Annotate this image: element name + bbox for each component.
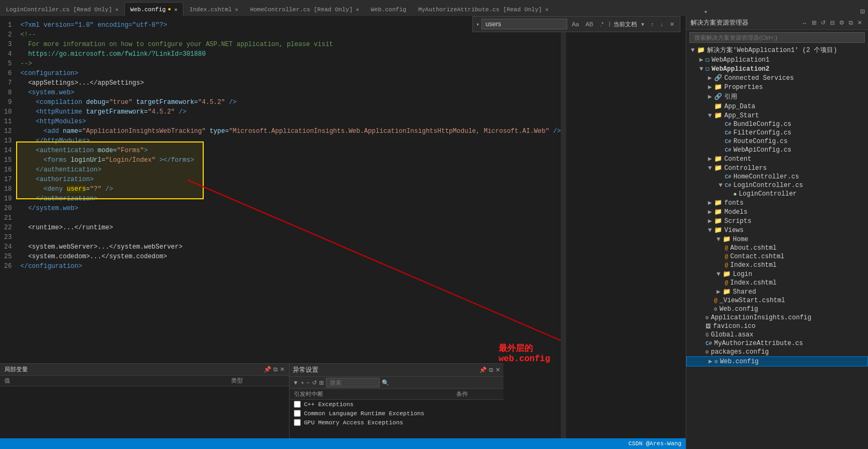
- tree-contact[interactable]: @ Contact.cshtml: [686, 252, 868, 261]
- tree-solution[interactable]: ▼ 📁 解决方案'WebApplication1' (2 个项目): [686, 45, 868, 55]
- tree-home-folder[interactable]: ▼ 📁 Home: [686, 235, 868, 244]
- tree-models[interactable]: ▶ 📁 Models: [686, 207, 868, 216]
- tree-appstart[interactable]: ▼ 📁 App_Start: [686, 111, 868, 120]
- exception-remove-btn[interactable]: −: [306, 379, 309, 386]
- close-search-btn[interactable]: ✕: [667, 20, 677, 29]
- tab-close-all[interactable]: ⊡: [857, 7, 868, 16]
- solution-search-input[interactable]: [689, 32, 865, 43]
- close-icon[interactable]: ✕: [235, 6, 238, 13]
- locals-pin-btn[interactable]: 📌: [264, 366, 271, 373]
- solution-float-btn[interactable]: ⧉: [847, 18, 855, 27]
- tab-logincontroller[interactable]: LoginController.cs [Read Only] ✕: [0, 2, 124, 16]
- exception-search-btn[interactable]: ⊞: [319, 379, 324, 386]
- tree-login-index[interactable]: @ Index.cshtml: [686, 279, 868, 287]
- tree-logincontroller-class[interactable]: ◆ LoginController: [686, 190, 868, 198]
- exception-checkbox-3[interactable]: [294, 419, 301, 426]
- exception-float-btn[interactable]: ⧉: [489, 366, 493, 373]
- tree-filterconfig[interactable]: C# FilterConfig.cs: [686, 129, 868, 137]
- tree-properties[interactable]: ▶ 📁 Properties: [686, 83, 868, 92]
- exception-add-btn[interactable]: +: [301, 379, 304, 386]
- exception-checkbox-2[interactable]: [294, 410, 301, 417]
- exception-checkbox-1[interactable]: [294, 401, 301, 408]
- exception-search-input[interactable]: [326, 378, 380, 387]
- login-icon: 📁: [723, 270, 731, 278]
- tree-favicon[interactable]: 🖼 favicon.ico: [686, 322, 868, 331]
- close-icon[interactable]: ✕: [115, 6, 118, 13]
- tree-login-folder[interactable]: ▼ 📁 Login: [686, 270, 868, 279]
- exception-restore-btn[interactable]: ↺: [312, 379, 317, 386]
- tree-shared[interactable]: ▶ 📁 Shared: [686, 287, 868, 296]
- solution-sync-btn[interactable]: ↔: [800, 18, 809, 27]
- solution-close-btn[interactable]: ✕: [856, 18, 864, 27]
- tab-index[interactable]: Index.cshtml ✕: [183, 2, 244, 16]
- tree-webapp1[interactable]: ▶ ◻ WebApplication1: [686, 55, 868, 64]
- properties-icon: 📁: [714, 83, 722, 91]
- tree-references[interactable]: ▶ 🔗 引用: [686, 92, 868, 102]
- tree-homecontroller[interactable]: C# HomeController.cs: [686, 173, 868, 181]
- webconfig-label: Web.config: [720, 358, 759, 365]
- exception-pin-btn[interactable]: 📌: [479, 366, 487, 373]
- match-whole-word-btn[interactable]: AB: [583, 20, 596, 28]
- tree-myauth[interactable]: C# MyAuthorizeAttribute.cs: [686, 339, 868, 348]
- tab-overflow-btn[interactable]: ▾: [701, 8, 711, 16]
- locals-float-btn[interactable]: ⧉: [273, 366, 278, 373]
- exception-close-btn[interactable]: ✕: [495, 366, 500, 373]
- tab-webconfig-active[interactable]: Web.config ● ✕: [124, 2, 183, 16]
- exception-find-btn[interactable]: 🔍: [382, 379, 389, 386]
- code-line-14: <authentication mode="Forms">: [20, 146, 561, 155]
- code-line-19: </authorization>: [20, 194, 561, 204]
- tree-webconfig-root[interactable]: ▶ ⚙ Web.config: [686, 356, 868, 366]
- tree-content[interactable]: ▶ 📁 Content: [686, 154, 868, 163]
- scope-dropdown-btn[interactable]: ▾: [639, 20, 647, 29]
- tree-appdata[interactable]: 📁 App_Data: [686, 102, 868, 111]
- solution-settings-btn[interactable]: ⚙: [837, 18, 846, 27]
- routeconfig-icon: C#: [725, 139, 731, 145]
- tab-homecontroller[interactable]: HomeController.cs [Read Only] ✕: [244, 2, 365, 16]
- solution-refresh-btn[interactable]: ↺: [819, 18, 827, 27]
- tree-bundleconfig[interactable]: C# BundleConfig.cs: [686, 120, 868, 129]
- tree-webconfig-views[interactable]: ⚙ Web.config: [686, 305, 868, 313]
- solution-collapse-btn[interactable]: ⊟: [828, 18, 836, 27]
- tree-viewstart[interactable]: @ _ViewStart.cshtml: [686, 296, 868, 305]
- locals-panel: 局部变量 📌 ⧉ ✕ 值 类型: [0, 364, 290, 449]
- locals-title: 局部变量: [4, 365, 28, 373]
- views-toggle: ▼: [706, 227, 714, 234]
- match-case-btn[interactable]: Aa: [569, 20, 581, 28]
- code-line-9: <compilation debug="true" targetFramewor…: [20, 98, 561, 107]
- tree-appinsights[interactable]: ⚙ ApplicationInsights.config: [686, 313, 868, 322]
- code-line-6: <configuration>: [20, 69, 561, 78]
- close-icon[interactable]: ✕: [174, 6, 177, 13]
- regex-btn[interactable]: .*: [598, 20, 606, 28]
- tree-connected[interactable]: ▶ 🔗 Connected Services: [686, 73, 868, 83]
- tree-fonts[interactable]: ▶ 📁 fonts: [686, 198, 868, 207]
- tree-about[interactable]: @ About.cshtml: [686, 244, 868, 252]
- tree-webapp2[interactable]: ▼ ◻ WebApplication2: [686, 64, 868, 73]
- exception-toolbar: 异常设置 📌 ⧉ ✕: [290, 364, 503, 377]
- editor-scrollbar[interactable]: [561, 16, 566, 449]
- exception-filter-btn[interactable]: ▼: [293, 379, 299, 386]
- tab-myauthorize[interactable]: MyAuthorizeAttribute.cs [Read Only] ✕: [412, 2, 554, 16]
- tree-logincontroller-file[interactable]: ▼ C# LoginController.cs: [686, 181, 868, 190]
- close-icon[interactable]: ✕: [545, 6, 548, 13]
- exception-row-2: Common Language Runtime Exceptions: [290, 409, 503, 418]
- close-icon[interactable]: ✕: [356, 6, 359, 13]
- search-input[interactable]: [481, 19, 567, 29]
- next-result-btn[interactable]: ↓: [658, 20, 666, 28]
- solution-label: 解决方案'WebApplication1' (2 个项目): [707, 46, 837, 55]
- tree-scripts[interactable]: ▶ 📁 Scripts: [686, 216, 868, 226]
- tree-controllers[interactable]: ▼ 📁 Controllers: [686, 163, 868, 173]
- tree-views[interactable]: ▼ 📁 Views: [686, 226, 868, 235]
- tree-index-cshtml[interactable]: @ Index.cshtml: [686, 261, 868, 270]
- locals-close-btn[interactable]: ✕: [280, 366, 285, 373]
- tab-webconfig2[interactable]: Web.config: [365, 2, 412, 16]
- tree-global[interactable]: G Global.asax: [686, 331, 868, 339]
- tree-packages[interactable]: ⚙ packages.config: [686, 348, 868, 356]
- code-line-15: <forms loginUrl="Login/Index" ></forms>: [20, 155, 561, 165]
- properties-toggle: ▶: [706, 83, 714, 91]
- tree-routeconfig[interactable]: C# RouteConfig.cs: [686, 137, 868, 146]
- tree-webapiconfig[interactable]: C# WebApiConfig.cs: [686, 146, 868, 154]
- prev-result-btn[interactable]: ↑: [649, 20, 656, 28]
- appstart-label: App_Start: [724, 112, 759, 119]
- bottom-section: 局部变量 📌 ⧉ ✕ 值 类型 异常设置: [0, 363, 503, 449]
- solution-props-btn[interactable]: ⊞: [810, 18, 818, 27]
